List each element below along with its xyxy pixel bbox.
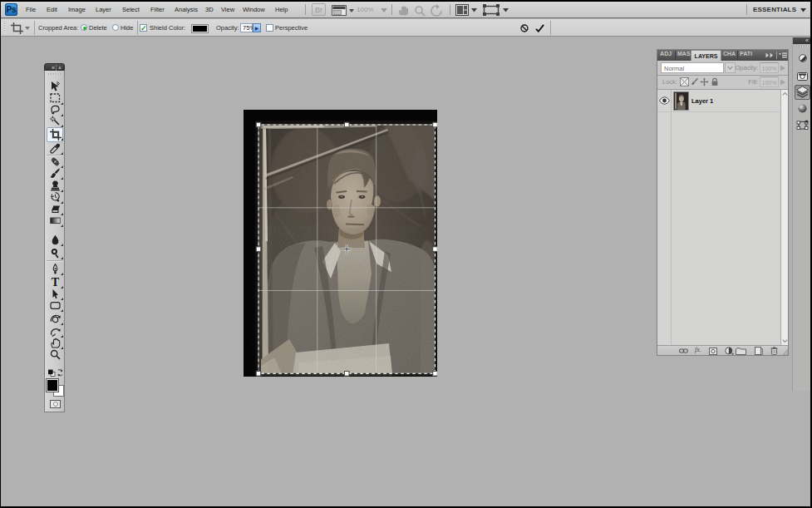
svg-text:T: T — [52, 277, 60, 288]
